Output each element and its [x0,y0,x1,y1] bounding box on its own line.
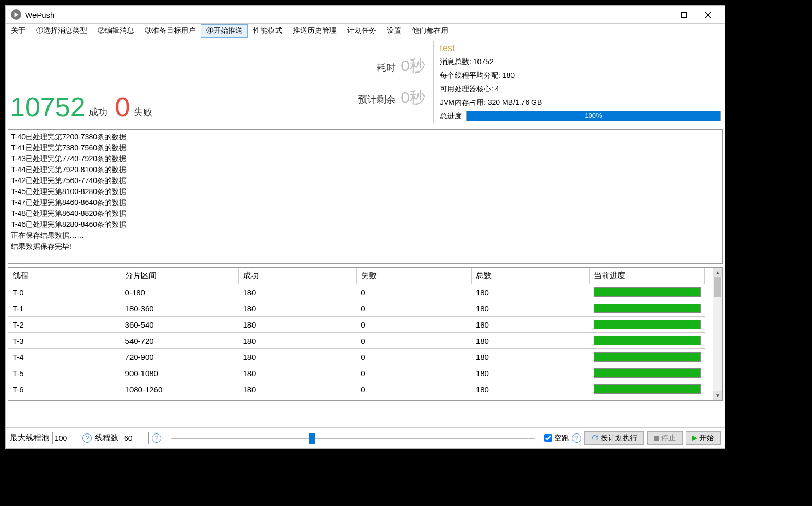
app-title: WePush [25,10,54,19]
per-thread-label: 每个线程平均分配: [440,71,500,79]
app-window: WePush 关于①选择消息类型②编辑消息③准备目标用户④开始推送性能模式推送历… [5,5,725,449]
table-cell: T-1 [8,300,121,317]
table-cell: 0 [356,284,472,300]
titlebar: WePush [6,6,725,23]
thread-count-input[interactable] [122,432,149,444]
table-cell: T-2 [8,317,121,333]
cores-value: 4 [495,85,499,93]
table-cell: 180 [238,300,356,317]
menu-item[interactable]: 关于 [6,24,31,38]
table-header[interactable]: 失败 [356,268,472,284]
table-cell: 180 [238,349,356,365]
table-cell: T-6 [8,381,121,397]
progress-cell [590,365,705,381]
table-cell: 180-360 [121,300,239,317]
menu-item[interactable]: ①选择消息类型 [31,24,92,38]
log-line: T-47已处理完第8460-8640条的数据 [11,197,720,208]
elapsed-label: 耗时 [377,62,396,74]
remain-label: 预计剩余 [358,93,396,106]
progress-cell [590,333,705,349]
start-button[interactable]: 开始 [686,431,721,445]
table-cell: 900-1080 [121,365,239,381]
menu-item[interactable]: 推送历史管理 [288,24,342,38]
progress-cell [590,381,705,397]
table-cell: 180 [472,284,590,300]
table-row[interactable]: T-1180-3601800180 [8,300,705,317]
help-icon[interactable]: ? [82,433,92,443]
log-line: T-45已处理完第8100-8280条的数据 [11,186,720,197]
svg-rect-2 [681,12,686,17]
table-row[interactable]: T-2360-5401800180 [8,317,705,333]
table-row[interactable]: T-00-1801800180 [8,284,705,300]
elapsed-value: 0秒 [401,55,425,77]
menu-item[interactable]: ④开始推送 [201,24,248,38]
success-count: 10752 [10,91,86,123]
thread-slider[interactable] [171,432,535,444]
fail-label: 失败 [134,106,152,123]
table-header[interactable]: 成功 [238,268,356,284]
table-cell: 180 [472,333,590,349]
table-scrollbar[interactable]: ▲ ▼ [713,268,722,400]
log-textarea[interactable]: T-40已处理完第7200-7380条的数据T-41已处理完第7380-7560… [8,129,723,264]
svg-marker-0 [15,12,19,17]
log-line: T-42已处理完第7560-7740条的数据 [11,175,720,186]
progress-cell [590,284,705,300]
menu-item[interactable]: 设置 [381,24,407,38]
dry-run-checkbox[interactable]: 空跑 [544,433,569,443]
close-button[interactable] [696,7,720,22]
log-line: T-43已处理完第7740-7920条的数据 [11,153,720,164]
scroll-up-icon[interactable]: ▲ [713,268,722,277]
fail-count: 0 [115,91,130,123]
overall-progress-bar: 100% [466,111,721,121]
table-cell: 0 [356,333,472,349]
schedule-button[interactable]: 按计划执行 [584,431,644,445]
table-header[interactable]: 分片区间 [121,268,239,284]
menu-item[interactable]: ③准备目标用户 [139,24,201,38]
progress-cell [590,349,705,365]
table-cell: 180 [472,365,590,381]
summary-panel: 10752 成功 0 失败 耗时0秒 预计剩余0秒 test 消息总数: 107… [6,38,725,127]
slider-thumb[interactable] [309,433,315,444]
table-cell: 180 [238,381,356,397]
table-cell: T-3 [8,333,121,349]
maximize-button[interactable] [672,7,696,22]
success-label: 成功 [89,106,108,123]
help-icon[interactable]: ? [572,433,581,443]
total-label: 消息总数: [440,57,471,66]
table-row[interactable]: T-4720-9001800180 [8,349,705,365]
menu-item[interactable]: 他们都在用 [407,24,453,38]
app-icon [11,9,21,20]
table-cell: 180 [472,349,590,365]
log-line: T-46已处理完第8280-8460条的数据 [11,219,720,230]
table-row[interactable]: T-5900-10801800180 [8,365,705,381]
overall-progress-label: 总进度 [440,109,462,123]
progress-cell [590,300,705,317]
scroll-down-icon[interactable]: ▼ [713,391,722,400]
table-cell: 180 [472,381,590,397]
table-row[interactable]: T-3540-7201800180 [8,333,705,349]
table-cell: 1080-1260 [121,381,239,397]
menu-item[interactable]: ②编辑消息 [92,24,139,38]
jvm-value: 320 MB/1.76 GB [488,98,542,106]
table-cell: 180 [238,365,356,381]
table-cell: T-0 [8,284,121,300]
max-pool-input[interactable] [52,432,79,444]
table-header[interactable]: 当前进度 [590,268,705,284]
help-icon[interactable]: ? [152,433,161,443]
menu-item[interactable]: 计划任务 [342,24,381,38]
table-cell: 180 [472,300,590,317]
stop-button[interactable]: 停止 [647,431,683,445]
minimize-button[interactable] [648,7,672,22]
progress-cell [590,317,705,333]
menu-item[interactable]: 性能模式 [248,24,288,38]
scroll-thumb[interactable] [714,277,721,297]
per-thread-value: 180 [503,71,515,79]
table-header[interactable]: 总数 [472,268,590,284]
table-cell: 0-180 [121,284,239,300]
task-name: test [440,41,721,55]
table-header[interactable]: 线程 [8,268,121,284]
bottom-bar: 最大线程池 ? 线程数 ? 空跑 ? 按计划执行 停止 开始 [6,427,725,448]
timing: 耗时0秒 预计剩余0秒 [193,41,434,123]
log-line: T-41已处理完第7380-7560条的数据 [11,142,720,153]
table-row[interactable]: T-61080-12601800180 [8,381,705,397]
